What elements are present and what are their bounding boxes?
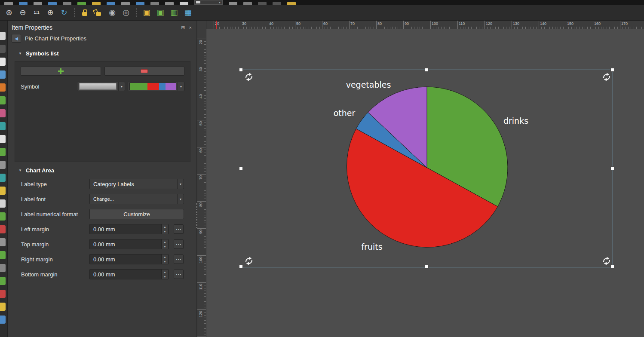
align-items-icon[interactable]: ▥ [169,7,180,18]
customize-button[interactable]: Customize [89,209,184,219]
zoom-full-icon[interactable]: ⊛ [3,7,15,18]
layout-tool-icon[interactable] [0,303,6,311]
deselect-locked-items-icon[interactable]: ◎ [120,7,132,18]
cropped-toolbar-icon[interactable] [136,2,144,5]
spin-buttons[interactable]: ▲ ▼ [161,224,168,234]
cropped-toolbar-icon[interactable] [48,2,57,5]
cropped-toolbar-icon[interactable] [287,2,296,5]
selection-handle[interactable] [239,166,243,170]
add-3d-map-tool-icon[interactable] [0,109,6,117]
cropped-toolbar-icon[interactable] [4,2,13,5]
edit-nodes-tool-icon[interactable] [0,83,6,92]
distribute-items-icon[interactable]: ▦ [182,7,193,18]
add-node-item-tool-icon[interactable] [0,212,6,221]
label-font-button[interactable]: Change... ▼ [89,194,184,204]
vertical-ruler[interactable]: 2030405060708090100110120130 [197,29,206,337]
zoom-out-icon[interactable]: ⊖ [17,7,28,18]
selection-handle[interactable] [610,166,614,170]
refresh-view-icon[interactable]: ↻ [58,7,70,18]
add-label-tool-icon[interactable] [0,135,6,143]
cropped-toolbar-icon[interactable] [92,2,101,5]
move-content-tool-icon[interactable] [0,70,6,79]
selection-handle[interactable] [425,265,429,269]
right-margin-value[interactable]: 0.00 mm [90,254,161,264]
add-chart-tool-icon[interactable] [0,290,6,298]
chart-area-section-header[interactable]: ▼ Chart Area [8,162,196,177]
group-items-icon[interactable]: ▣ [141,7,152,18]
remove-symbol-button[interactable] [104,67,185,76]
add-elevation-profile-tool-icon[interactable] [0,277,6,285]
spin-buttons[interactable]: ▲ ▼ [161,239,168,249]
spin-up-icon[interactable]: ▲ [162,270,168,274]
add-picture-tool-icon[interactable] [0,122,6,130]
top-margin-value[interactable]: 0.00 mm [90,239,161,249]
add-shape-tool-icon[interactable] [0,187,6,195]
label-type-dropdown[interactable]: Category Labels ▼ [89,179,184,189]
zoom-tool-icon[interactable] [0,45,6,53]
selection-handle[interactable] [425,68,429,72]
cropped-toolbar-icon[interactable] [107,2,115,5]
top-margin-spinbox[interactable]: 0.00 mm ▲ ▼ [89,239,169,249]
selection-handle[interactable] [239,265,243,269]
unlock-all-items-icon[interactable] [93,7,104,18]
cropped-toolbar-icon[interactable] [34,2,42,5]
cropped-toolbar-icon[interactable] [229,2,237,5]
ungroup-items-icon[interactable]: ▣ [155,7,166,18]
add-html-frame-tool-icon[interactable] [0,225,6,233]
spin-buttons[interactable]: ▲ ▼ [161,254,168,264]
spin-down-icon[interactable]: ▼ [162,229,168,234]
add-legend-tool-icon[interactable] [0,148,6,156]
layout-tool-icon[interactable] [0,316,6,324]
zoom-actual-size-icon[interactable]: 1:1 [31,7,42,18]
add-map-tool-icon[interactable] [0,96,6,104]
spin-buttons[interactable]: ▲ ▼ [161,270,168,279]
data-defined-override-button[interactable]: ⋯ [174,239,184,249]
back-button[interactable]: ◀ [12,34,21,43]
select-locked-items-icon[interactable]: ◉ [107,7,118,18]
data-defined-override-button[interactable]: ⋯ [174,270,184,279]
left-margin-value[interactable]: 0.00 mm [90,224,161,234]
zoom-in-icon[interactable]: ⊕ [45,7,56,18]
spin-up-icon[interactable]: ▲ [162,254,168,259]
add-arrow-tool-icon[interactable] [0,199,6,208]
spin-up-icon[interactable]: ▲ [162,224,168,229]
spin-down-icon[interactable]: ▼ [162,259,168,264]
cropped-toolbar-icon[interactable] [121,2,130,5]
close-panel-icon[interactable]: × [189,25,192,31]
spin-down-icon[interactable]: ▼ [162,244,168,249]
cropped-toolbar-icon[interactable] [150,2,159,5]
rotate-handle-icon[interactable] [244,72,254,82]
cropped-toolbar-icon[interactable] [258,2,267,5]
add-symbol-button[interactable] [21,67,101,76]
select-move-item-tool-icon[interactable] [0,58,6,66]
layout-canvas[interactable]: drinksfruitsothervegetables [206,29,644,337]
rotate-handle-icon[interactable] [602,256,611,266]
bottom-margin-spinbox[interactable]: 0.00 mm ▲ ▼ [89,269,169,279]
data-defined-override-button[interactable]: ⋯ [174,254,184,264]
rotate-handle-icon[interactable] [244,256,254,266]
cropped-toolbar-icon[interactable] [19,2,28,5]
cropped-toolbar-icon[interactable] [273,2,281,5]
horizontal-ruler[interactable]: 2030405060708090100110120130140150160170 [206,21,644,29]
pan-tool-icon[interactable] [0,32,6,40]
add-fixed-table-tool-icon[interactable] [0,251,6,259]
add-scalebar-tool-icon[interactable] [0,161,6,169]
lock-selected-items-icon[interactable] [79,7,90,18]
symbols-list-area[interactable] [21,91,184,147]
left-margin-spinbox[interactable]: 0.00 mm ▲ ▼ [89,224,169,234]
spin-up-icon[interactable]: ▲ [162,239,168,244]
cropped-toolbar-icon[interactable] [77,2,86,5]
cropped-toolbar-icon[interactable] [63,2,71,5]
cropped-toolbar-icon[interactable] [180,2,188,5]
cropped-toolbar-icon[interactable] [165,2,174,5]
bottom-margin-value[interactable]: 0.00 mm [90,270,161,279]
right-margin-spinbox[interactable]: 0.00 mm ▲ ▼ [89,254,169,264]
symbols-list-section-header[interactable]: ▼ Symbols list [8,45,196,60]
spin-down-icon[interactable]: ▼ [162,274,168,279]
data-defined-override-button[interactable]: ⋯ [174,224,184,234]
add-north-arrow-tool-icon[interactable] [0,174,6,182]
symbol-preview-dropdown[interactable]: ▼ [77,82,125,91]
color-ramp-dropdown[interactable]: ▼ [128,82,184,91]
selection-handle[interactable] [239,68,243,72]
add-marker-tool-icon[interactable] [0,264,6,272]
